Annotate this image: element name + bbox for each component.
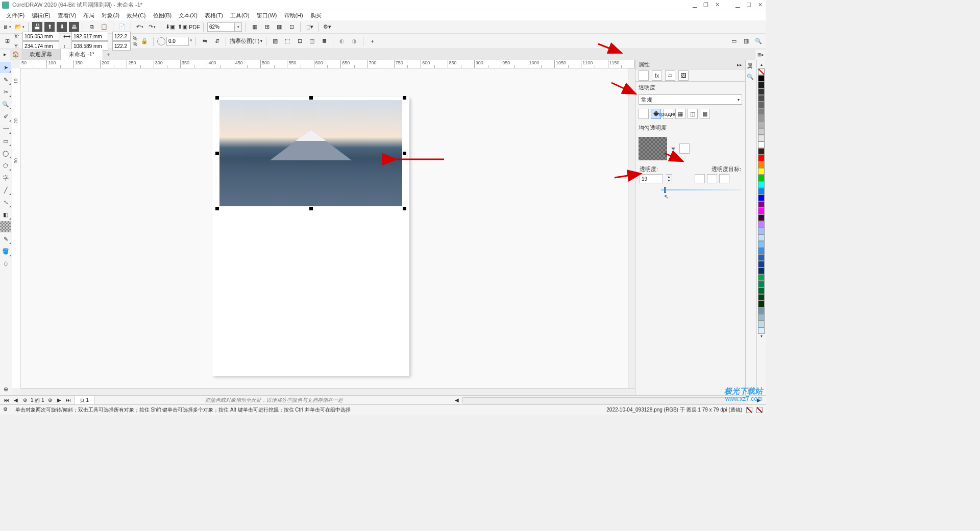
menu-bitmap[interactable]: 位图(B)	[150, 11, 175, 20]
color-swatch[interactable]	[758, 214, 765, 221]
opacity-spinner[interactable]: ▲▼	[666, 174, 672, 183]
preview-dropdown-icon[interactable]	[671, 148, 675, 150]
opacity-slider[interactable]: ↖	[635, 183, 745, 191]
pick-tool-icon[interactable]: ▸	[0, 50, 10, 60]
tab-bitmap-icon[interactable]: 🖼	[678, 70, 689, 81]
color-swatch[interactable]	[758, 294, 765, 301]
quick-custom-icon[interactable]: ⊞▸	[755, 50, 766, 60]
hint-prev-icon[interactable]: ◀	[453, 397, 460, 404]
pick-tool[interactable]: ➤	[0, 62, 11, 73]
color-swatch[interactable]	[758, 248, 765, 254]
color-swatch[interactable]	[758, 188, 765, 195]
fill-tool[interactable]: 🪣	[0, 246, 11, 257]
rectangle-tool[interactable]: ▭	[0, 135, 11, 147]
color-swatch[interactable]	[758, 95, 765, 102]
drawing-canvas[interactable]	[20, 68, 628, 388]
color-swatch[interactable]	[758, 287, 765, 294]
rotation-input[interactable]	[166, 37, 189, 46]
palette-down-icon[interactable]: ▾	[761, 334, 763, 339]
mirror-h-icon[interactable]: ⇋	[200, 36, 210, 46]
color-swatch[interactable]	[758, 327, 765, 334]
open-button[interactable]: 📂▾	[14, 22, 24, 32]
two-color-transparency-icon[interactable]: ◫	[688, 109, 698, 119]
first-page-icon[interactable]: ⏮	[3, 397, 10, 404]
export-button[interactable]: ⬆▣	[177, 22, 187, 32]
parallel-dim-tool[interactable]: ╱	[0, 184, 11, 196]
grid-button[interactable]: ▦	[274, 22, 284, 32]
straighten-icon[interactable]: ◫	[307, 36, 317, 46]
color-swatch[interactable]	[758, 161, 765, 168]
color-swatch[interactable]	[758, 148, 765, 155]
canvas-area[interactable]: 5010015020025030035040045050055060065070…	[12, 60, 635, 395]
next-page-icon[interactable]: ▶	[56, 397, 63, 404]
width-input[interactable]	[71, 32, 108, 41]
bitmap-object[interactable]	[219, 100, 402, 206]
transparency-preview[interactable]	[639, 137, 667, 160]
paste-button[interactable]: 📋	[99, 22, 109, 32]
freehand-tool[interactable]: ✐	[0, 111, 11, 122]
crop-icon[interactable]: ⊡	[295, 36, 305, 46]
outline-tool[interactable]: ⬯	[0, 258, 11, 269]
order-front-icon[interactable]: ◐	[337, 36, 347, 46]
menu-table[interactable]: 表格(T)	[202, 11, 226, 20]
page-scroll[interactable]	[462, 397, 748, 403]
menu-layout[interactable]: 布局	[80, 11, 97, 20]
color-swatch[interactable]	[758, 234, 765, 241]
print-button[interactable]: 🖶	[69, 22, 79, 32]
document-tab[interactable]: 未命名 -1*	[61, 49, 103, 60]
plus-icon[interactable]: ＋	[367, 36, 377, 46]
color-swatch[interactable]	[758, 155, 765, 161]
close-icon[interactable]: ✕	[756, 2, 764, 9]
menu-window[interactable]: 窗口(W)	[254, 11, 280, 20]
last-page-icon[interactable]: ⏭	[65, 397, 72, 404]
color-swatch[interactable]	[758, 141, 765, 148]
color-swatch[interactable]	[758, 181, 765, 188]
menu-object[interactable]: 对象(J)	[99, 11, 122, 20]
tab-outline-icon[interactable]: ▱	[665, 70, 675, 81]
color-swatch[interactable]	[758, 268, 765, 274]
color-swatch[interactable]	[758, 261, 765, 268]
find-icon[interactable]: 🔍	[753, 36, 764, 46]
opacity-input[interactable]: 19	[640, 174, 663, 183]
mirror-v-icon[interactable]: ⇵	[212, 36, 222, 46]
maximize-icon[interactable]: ☐	[745, 2, 752, 9]
status-outline-swatch[interactable]	[756, 407, 763, 413]
x-input[interactable]	[22, 32, 59, 41]
color-swatch[interactable]	[758, 108, 765, 115]
docker-tab-properties[interactable]: 属	[747, 62, 756, 71]
text-tool[interactable]: 字	[0, 172, 11, 183]
fountain-transparency-icon[interactable]: �градиент	[663, 109, 673, 119]
snap-button[interactable]: ⬚▾	[304, 22, 314, 32]
quick-custom-button[interactable]: ⊕	[0, 383, 11, 395]
restore-doc-icon[interactable]: ❐	[702, 2, 709, 9]
color-swatch[interactable]	[758, 75, 765, 82]
menu-edit[interactable]: 编辑(E)	[29, 11, 54, 20]
transparency-tool[interactable]	[0, 221, 11, 232]
color-swatch[interactable]	[758, 307, 765, 314]
color-swatch[interactable]	[758, 314, 765, 321]
blend-mode-combo[interactable]: 常规▾	[639, 94, 742, 105]
color-swatch[interactable]	[758, 135, 765, 141]
menu-text[interactable]: 文本(X)	[176, 11, 201, 20]
pattern-transparency-icon[interactable]: ▦	[675, 109, 685, 119]
zoom-combo[interactable]: ▾	[207, 22, 242, 32]
edit-bitmap-icon[interactable]: ▨	[270, 36, 280, 46]
ellipse-tool[interactable]: ◯	[0, 148, 11, 159]
canvas-hscroll[interactable]	[20, 388, 635, 395]
status-settings-icon[interactable]: ⚙	[3, 406, 10, 414]
min-doc-icon[interactable]: ▁	[691, 2, 698, 9]
color-swatch[interactable]	[758, 175, 765, 181]
add-page-before-icon[interactable]: ⊕	[21, 397, 29, 404]
cloud-up-button[interactable]: ⬆	[44, 22, 55, 32]
new-button[interactable]: 🗎▾	[2, 22, 12, 32]
no-transparency-icon[interactable]	[639, 109, 649, 119]
order-back-icon[interactable]: ◑	[349, 36, 359, 46]
color-swatch[interactable]	[758, 195, 765, 201]
resample-icon[interactable]: ⬚	[282, 36, 292, 46]
menu-file[interactable]: 文件(F)	[3, 11, 28, 20]
import-button[interactable]: ⬇▣	[165, 22, 175, 32]
page-layout-icon[interactable]: ▥	[741, 36, 751, 46]
polygon-tool[interactable]: ⬠	[0, 160, 11, 171]
tab-transparency-icon[interactable]	[639, 70, 649, 81]
rulers-button[interactable]: ⊞	[262, 22, 272, 32]
